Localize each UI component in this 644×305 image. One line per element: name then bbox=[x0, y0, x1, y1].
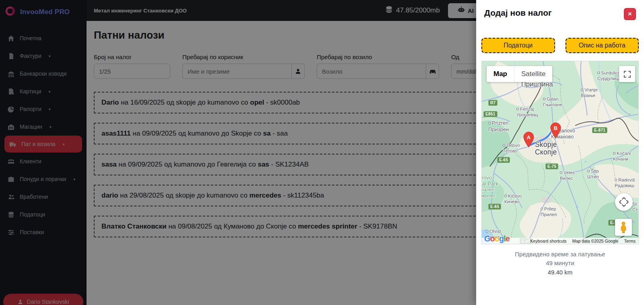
map-label-kocani: KočaniКочани bbox=[613, 150, 631, 162]
trip-distance: 49.40 km bbox=[481, 269, 639, 276]
street-view-pegman[interactable] bbox=[615, 219, 632, 236]
map-label-stip: ŠtipШтип bbox=[587, 168, 599, 179]
map-label-mavrovo-park: avrovo onal Park ионален Маврово bbox=[481, 175, 498, 199]
map-view-button[interactable]: Map bbox=[487, 66, 514, 82]
tab-work-description[interactable]: Опис на работа bbox=[566, 38, 639, 53]
road-badge: E-65 bbox=[488, 204, 501, 210]
map-label-prizren: PrizrenПризрен bbox=[488, 120, 509, 132]
map-data-text: Map data ©2025 Google bbox=[570, 239, 621, 243]
marker-a-icon: A bbox=[523, 132, 534, 148]
route-map[interactable]: Приштина SurdulicaСурдулица VranjeВрање … bbox=[481, 61, 639, 244]
trip-summary-label: Предвидено време за патување bbox=[481, 251, 639, 258]
pan-arrows-icon bbox=[617, 195, 631, 209]
satellite-view-button[interactable]: Satellite bbox=[514, 66, 552, 82]
tab-data[interactable]: Податоци bbox=[481, 38, 555, 53]
pan-control[interactable] bbox=[615, 193, 633, 211]
fullscreen-icon bbox=[623, 70, 631, 78]
add-order-panel: Додај нов налог × Податоци Опис на работ… bbox=[476, 0, 644, 305]
map-label-st-fragment: StСт bbox=[632, 201, 638, 212]
road-badge: E-65 bbox=[497, 157, 510, 163]
svg-text:B: B bbox=[554, 125, 557, 131]
map-label-ferizaj: FerizajУрошевац bbox=[516, 106, 538, 117]
google-logo: Google bbox=[484, 234, 510, 243]
map-label-skopje: SkopjeСкопје bbox=[535, 141, 557, 156]
trip-summary: Предвидено време за патување 49 минути 4… bbox=[481, 251, 639, 276]
map-label-radovis: RadovišРадовиш bbox=[615, 177, 635, 188]
map-label-vranje: VranjeВрање bbox=[581, 87, 598, 98]
panel-header: Додај нов налог × bbox=[476, 0, 644, 20]
modal-backdrop[interactable] bbox=[0, 0, 476, 305]
map-label-tetovo: TetovoТетово bbox=[503, 142, 520, 154]
map-label-surdulica: SurdulicaСурдулица bbox=[597, 70, 621, 81]
map-label-gjilan: GjilanГњилане bbox=[543, 96, 562, 107]
road-badge: E-871 bbox=[592, 127, 607, 133]
road-badge: E-75 bbox=[545, 163, 558, 169]
map-type-control: Map Satellite bbox=[487, 66, 552, 82]
panel-tabs: Податоци Опис на работа bbox=[476, 38, 644, 53]
pegman-icon bbox=[618, 221, 629, 233]
road-badge: R7 bbox=[488, 100, 497, 106]
keyboard-shortcuts-link[interactable]: Keyboard shortcuts bbox=[527, 239, 569, 243]
map-label-veles: VelesВелес bbox=[560, 170, 575, 181]
map-label-prilep: PrilepПрилеп bbox=[541, 206, 557, 217]
marker-b-icon: B bbox=[550, 122, 561, 138]
map-label-kicevo: KičevoКичево bbox=[504, 193, 522, 204]
terms-link[interactable]: Terms bbox=[621, 239, 638, 243]
panel-title: Додај нов налог bbox=[484, 8, 552, 18]
close-button[interactable]: × bbox=[624, 8, 636, 20]
svg-text:A: A bbox=[527, 134, 531, 140]
road-badge: E851 bbox=[483, 111, 497, 117]
trip-duration: 49 минути bbox=[481, 260, 639, 266]
fullscreen-button[interactable] bbox=[619, 66, 635, 82]
